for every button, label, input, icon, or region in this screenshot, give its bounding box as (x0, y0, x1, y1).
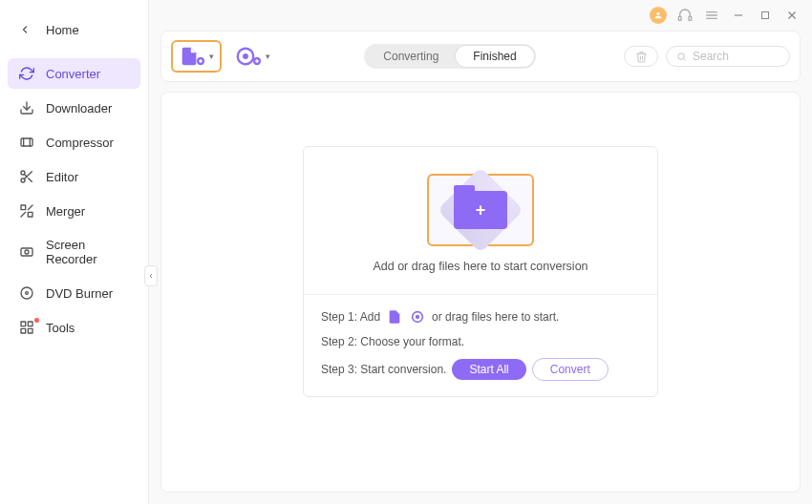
minimize-icon[interactable] (730, 7, 747, 24)
svg-line-7 (29, 178, 32, 182)
start-all-button[interactable]: Start All (452, 359, 525, 380)
user-avatar-icon[interactable] (650, 7, 667, 24)
tab-converting[interactable]: Converting (366, 46, 456, 67)
disc-plus-icon (409, 308, 426, 326)
empty-state-card: + Add or drag files here to start conver… (303, 146, 658, 397)
step-2-text: Step 2: Choose your format. (321, 335, 464, 348)
compress-icon (19, 135, 34, 150)
svg-rect-1 (21, 138, 32, 146)
home-button[interactable]: Home (0, 17, 148, 54)
svg-point-13 (21, 287, 32, 299)
chevron-left-icon (19, 24, 32, 37)
file-plus-icon (386, 308, 403, 326)
add-disc-button[interactable]: ▾ (229, 42, 276, 71)
sidebar-item-label: Editor (46, 170, 78, 184)
svg-rect-25 (762, 12, 769, 19)
svg-rect-20 (689, 16, 692, 20)
notification-dot (34, 318, 39, 323)
step-3: Step 3: Start conversion. Start All Conv… (321, 358, 640, 381)
sidebar-item-merger[interactable]: Merger (8, 196, 140, 226)
main-area: ▾ ▾ Converting Finished (149, 0, 812, 504)
add-file-button[interactable]: ▾ (171, 40, 222, 73)
disc-icon (19, 285, 34, 301)
chevron-down-icon: ▾ (209, 52, 214, 61)
sidebar-item-label: Screen Recorder (46, 238, 129, 266)
add-folder-button[interactable]: + (427, 174, 534, 246)
drop-text: Add or drag files here to start conversi… (373, 260, 588, 273)
close-icon[interactable] (783, 7, 801, 24)
toolbar: ▾ ▾ Converting Finished (160, 31, 801, 82)
svg-line-8 (24, 174, 27, 177)
svg-rect-18 (21, 328, 26, 333)
sidebar-item-tools[interactable]: Tools (8, 312, 140, 343)
titlebar (149, 0, 812, 27)
maximize-icon[interactable] (757, 7, 774, 24)
sidebar-item-converter[interactable]: Converter (8, 58, 140, 89)
sidebar: Home Converter Downloader Compressor (0, 0, 149, 504)
svg-rect-19 (678, 16, 681, 20)
step-1: Step 1: Add or drag files here to start. (321, 308, 640, 326)
sidebar-item-compressor[interactable]: Compressor (8, 127, 140, 158)
search-icon (676, 51, 687, 63)
step-3-text: Step 3: Start conversion. (321, 363, 446, 376)
download-icon (19, 100, 34, 116)
status-tabs: Converting Finished (364, 44, 535, 69)
sidebar-item-dvd-burner[interactable]: DVD Burner (8, 278, 140, 308)
svg-rect-11 (21, 248, 32, 256)
sidebar-item-screen-recorder[interactable]: Screen Recorder (8, 230, 140, 274)
sidebar-item-label: Tools (46, 321, 75, 335)
sidebar-nav: Converter Downloader Compressor Editor (0, 54, 148, 350)
grid-icon (19, 320, 34, 335)
convert-button[interactable]: Convert (532, 358, 609, 381)
sidebar-item-label: DVD Burner (46, 286, 113, 301)
steps-panel: Step 1: Add or drag files here to start.… (304, 294, 657, 396)
chevron-down-icon: ▾ (266, 52, 270, 61)
svg-point-14 (26, 292, 29, 295)
svg-point-36 (678, 52, 684, 58)
search-input[interactable] (693, 50, 780, 63)
sidebar-item-downloader[interactable]: Downloader (8, 93, 140, 123)
merge-icon (19, 203, 34, 219)
svg-rect-10 (28, 212, 32, 217)
svg-point-12 (25, 250, 29, 254)
folder-icon: + (454, 191, 507, 229)
delete-button[interactable] (624, 46, 658, 67)
scissors-icon (19, 169, 34, 184)
svg-point-32 (244, 54, 247, 58)
menu-icon[interactable] (703, 7, 720, 24)
refresh-icon (19, 66, 34, 81)
search-box[interactable] (666, 46, 790, 67)
content-panel: + Add or drag files here to start conver… (160, 92, 801, 493)
step-1-text-a: Step 1: Add (321, 310, 380, 324)
sidebar-collapse-handle[interactable] (144, 265, 158, 286)
sidebar-item-label: Compressor (46, 136, 114, 150)
sidebar-item-label: Converter (46, 67, 100, 81)
tab-finished[interactable]: Finished (456, 46, 533, 67)
svg-rect-15 (21, 322, 26, 326)
svg-rect-16 (28, 322, 32, 326)
sidebar-item-label: Downloader (46, 101, 112, 116)
sidebar-item-label: Merger (46, 204, 85, 219)
camera-icon (19, 244, 34, 260)
svg-rect-17 (28, 328, 32, 333)
step-1-text-b: or drag files here to start. (432, 310, 559, 324)
sidebar-item-editor[interactable]: Editor (8, 161, 140, 192)
svg-point-39 (417, 316, 419, 319)
home-label: Home (46, 23, 79, 37)
svg-line-37 (684, 58, 686, 60)
svg-rect-9 (21, 205, 26, 210)
headset-icon[interactable] (676, 7, 694, 24)
app-window: Home Converter Downloader Compressor (0, 0, 812, 504)
step-2: Step 2: Choose your format. (321, 335, 640, 348)
drop-zone[interactable]: + Add or drag files here to start conver… (304, 147, 657, 294)
